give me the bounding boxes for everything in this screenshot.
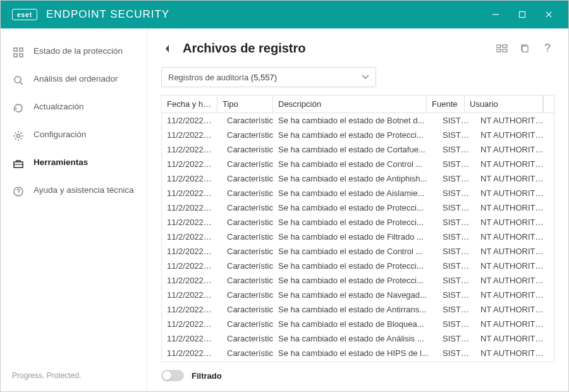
sidebar-item-scan[interactable]: Análisis del ordenador <box>1 66 147 94</box>
list-view-icon <box>496 44 508 53</box>
table-row[interactable]: 11/2/2022 5...Característic...Se ha camb… <box>162 288 554 302</box>
close-button[interactable] <box>535 1 562 28</box>
table-row[interactable]: 11/2/2022 5...Característic...Se ha camb… <box>162 302 554 317</box>
table-row[interactable]: 11/2/2022 5...Característic...Se ha camb… <box>162 230 554 244</box>
col-header-date[interactable]: Fecha y hora <box>162 95 217 113</box>
cell-desc: Se ha cambiado el estado de Protecci... <box>273 200 437 215</box>
sidebar-item-update[interactable]: Actualización <box>1 94 147 122</box>
sidebar-item-status[interactable]: Estado de la protección <box>1 39 147 66</box>
table-row[interactable]: 11/2/2022 5...Característic...Se ha camb… <box>162 259 554 273</box>
footer-bar: Filtrado <box>147 362 568 391</box>
table-row[interactable]: 11/2/2022 5...Característic...Se ha camb… <box>162 273 554 288</box>
page-title: Archivos de registro <box>183 41 306 56</box>
cell-source: SISTEMA <box>437 259 475 273</box>
cell-date: 11/2/2022 5... <box>162 128 217 142</box>
cell-user: NT AUTHORITY\SY... <box>475 200 554 215</box>
maximize-button[interactable] <box>509 1 535 28</box>
cell-date: 11/2/2022 5... <box>162 113 217 128</box>
dropdown-label: Registros de auditoría (5,557) <box>168 73 362 82</box>
col-header-user[interactable]: Usuario <box>465 95 543 113</box>
svg-rect-10 <box>496 45 501 47</box>
cell-user: NT AUTHORITY\SY... <box>475 230 554 244</box>
svg-rect-1 <box>14 48 17 51</box>
svg-rect-13 <box>503 49 507 52</box>
svg-rect-2 <box>20 48 23 51</box>
header-actions: ? <box>495 42 554 56</box>
cell-user: NT AUTHORITY\SY... <box>475 142 554 157</box>
cell-source: SISTEMA <box>437 113 475 128</box>
cell-date: 11/2/2022 5... <box>162 230 217 244</box>
cell-date: 11/2/2022 5... <box>162 215 217 230</box>
sidebar-item-help[interactable]: Ayuda y asistencia técnica <box>1 178 147 205</box>
table-body[interactable]: 11/2/2022 5...Característic...Se ha camb… <box>162 113 554 362</box>
cell-user: NT AUTHORITY\SY... <box>475 157 554 171</box>
cell-desc: Se ha cambiado el estado de HIPS de l... <box>273 346 437 360</box>
filter-toggle[interactable] <box>161 370 184 381</box>
brand: eset ENDPOINT SECURITY <box>12 8 169 21</box>
view-toggle-button[interactable] <box>495 42 509 56</box>
log-type-dropdown[interactable]: Registros de auditoría (5,557) <box>161 67 376 87</box>
table-row[interactable]: 11/2/2022 5...Característic...Se ha camb… <box>162 113 554 128</box>
table-row[interactable]: 11/2/2022 5...Característic...Se ha camb… <box>162 331 554 346</box>
back-button[interactable] <box>161 42 174 55</box>
cell-desc: Se ha cambiado el estado de Aislamie... <box>273 186 437 200</box>
toolbox-icon <box>12 157 25 170</box>
cell-date: 11/2/2022 5... <box>162 142 217 157</box>
cell-user: NT AUTHORITY\SY... <box>475 331 554 346</box>
brand-badge: eset <box>12 9 37 20</box>
svg-rect-3 <box>14 54 17 57</box>
help-button[interactable]: ? <box>541 42 554 56</box>
cell-source: SISTEMA <box>437 171 475 186</box>
cell-type: Característic... <box>217 186 273 200</box>
cell-desc: Se ha cambiado el estado de Antirrans... <box>273 302 437 317</box>
content-header: Archivos de registro ? <box>147 28 568 62</box>
cell-source: SISTEMA <box>437 288 475 302</box>
table-row[interactable]: 11/2/2022 5...Característic...Se ha camb… <box>162 186 554 200</box>
table-row[interactable]: 11/2/2022 5...Característic...Se ha camb… <box>162 360 554 362</box>
cell-date: 11/2/2022 5... <box>162 346 217 360</box>
cell-source: SISTEMA <box>437 142 475 157</box>
table-row[interactable]: 11/2/2022 5...Característic...Se ha camb… <box>162 171 554 186</box>
sidebar-item-config[interactable]: Configuración <box>1 122 147 150</box>
cell-user: NT AUTHORITY\SY... <box>475 244 554 259</box>
cell-source: SISTEMA <box>437 244 475 259</box>
table-row[interactable]: 11/2/2022 5...Característic...Se ha camb… <box>162 317 554 331</box>
cell-type: Característic... <box>217 302 273 317</box>
table-row[interactable]: 11/2/2022 5...Característic...Se ha camb… <box>162 215 554 230</box>
col-header-source[interactable]: Fuente <box>427 95 465 113</box>
titlebar: eset ENDPOINT SECURITY <box>1 1 568 28</box>
cell-source: SISTEMA <box>437 230 475 244</box>
help-icon <box>12 185 25 198</box>
svg-point-9 <box>18 193 19 195</box>
table-row[interactable]: 11/2/2022 5...Característic...Se ha camb… <box>162 142 554 157</box>
table-row[interactable]: 11/2/2022 5...Característic...Se ha camb… <box>162 346 554 360</box>
gear-icon <box>12 130 25 142</box>
copy-button[interactable] <box>518 42 532 56</box>
cell-type: Característic... <box>217 317 273 331</box>
svg-rect-11 <box>503 45 507 47</box>
cell-desc: Se ha cambiado el estado de Antiphish... <box>273 360 437 362</box>
sidebar-item-label: Actualización <box>34 102 84 113</box>
cell-user: NT AUTHORITY\SY... <box>475 215 554 230</box>
col-header-desc[interactable]: Descripción <box>273 95 427 113</box>
table-row[interactable]: 11/2/2022 5...Característic...Se ha camb… <box>162 128 554 142</box>
cell-date: 11/2/2022 5... <box>162 200 217 215</box>
cell-desc: Se ha cambiado el estado de Antiphish... <box>273 171 437 186</box>
svg-rect-12 <box>496 49 501 52</box>
cell-desc: Se ha cambiado el estado de Protecci... <box>273 215 437 230</box>
table-row[interactable]: 11/2/2022 5...Característic...Se ha camb… <box>162 157 554 171</box>
cell-desc: Se ha cambiado el estado de Análisis ... <box>273 331 437 346</box>
close-icon <box>545 11 553 18</box>
table-row[interactable]: 11/2/2022 5...Característic...Se ha camb… <box>162 244 554 259</box>
refresh-icon <box>12 102 25 114</box>
cell-source: SISTEMA <box>437 360 475 362</box>
main-panel: Archivos de registro ? Registros de audi… <box>147 28 568 391</box>
table-header: Fecha y hora Tipo Descripción Fuente Usu… <box>162 95 554 113</box>
col-header-type[interactable]: Tipo <box>217 95 273 113</box>
toggle-knob <box>162 371 171 380</box>
cell-date: 11/2/2022 5... <box>162 288 217 302</box>
sidebar-item-tools[interactable]: Herramientas <box>1 150 147 178</box>
cell-type: Característic... <box>217 230 273 244</box>
minimize-button[interactable] <box>482 1 509 28</box>
table-row[interactable]: 11/2/2022 5...Característic...Se ha camb… <box>162 200 554 215</box>
